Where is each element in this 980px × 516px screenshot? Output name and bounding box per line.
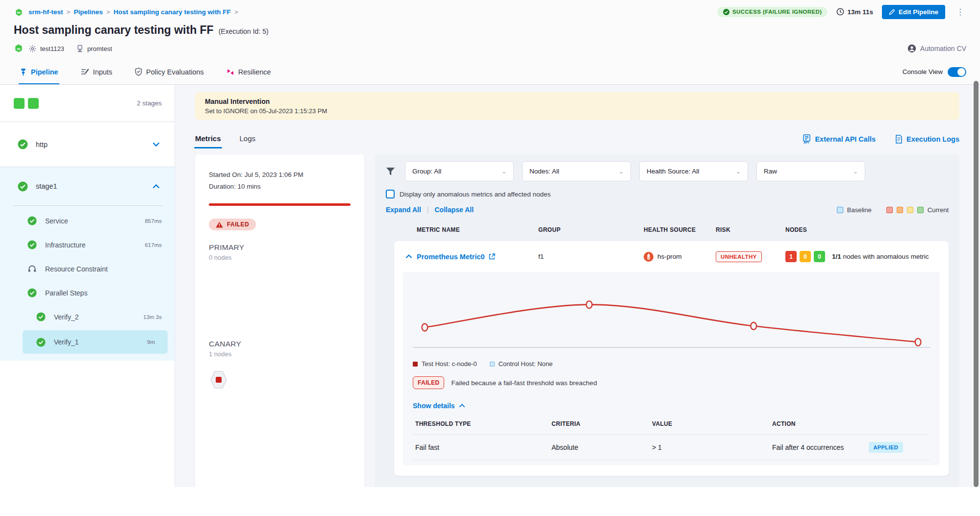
pipeline-icon [20,68,27,76]
scrollbar-thumb[interactable] [974,85,979,487]
risk-badge: UNHEALTHY [716,251,762,262]
chevron-down-icon: ⌄ [502,168,506,175]
chevron-down-icon: ⌄ [736,168,741,175]
data-mode-select[interactable]: Raw⌄ [756,161,865,181]
more-options-icon[interactable]: ⋮ [954,7,966,17]
metric-line-chart[interactable] [413,280,930,353]
threshold-table-header: THRESHOLD TYPE CRITERIA VALUE ACTION [413,420,930,435]
nodes-cell: 1 0 0 1/1 nodes with anomalous metric [785,251,949,262]
healthy-node-count-badge: 0 [814,251,825,262]
metric-card: Prometheus Metric0 f1 hs-prom [394,241,949,476]
verification-summary-card: Started On: Jul 5, 2023 1:06 PM Duration… [195,154,364,487]
anomalous-node-count-badge: 1 [785,251,797,262]
gear-icon [28,45,37,53]
page-header: ∞ srm-hf-test > Pipelines > Host samplin… [0,0,980,59]
success-check-icon [27,288,37,297]
tab-resilience[interactable]: Resilience [226,59,272,84]
canary-group-label: CANARY [209,340,351,348]
breadcrumb-project[interactable]: srm-hf-test [28,8,63,16]
environment-tag[interactable]: promtest [76,45,112,52]
tab-inputs[interactable]: Inputs [80,59,114,84]
metrics-panel: Group: All⌄ Nodes: All⌄ Health Source: A… [375,154,959,487]
elapsed-time: 13m 11s [836,8,873,16]
sidebar-step-service[interactable]: Service 857ms [0,209,175,233]
document-icon [895,135,903,144]
chevron-down-icon: ⌄ [853,168,858,175]
chevron-up-icon[interactable] [152,184,160,189]
baseline-swatch [837,207,843,213]
group-filter-select[interactable]: Group: All⌄ [405,161,514,181]
sidebar-step-verify-1[interactable]: Verify_1 9m [23,330,168,354]
host-legend: Test Host: c-node-0 Control Host: None [413,360,930,368]
warning-node-count-badge: 0 [800,251,811,262]
stage-count-label: 2 stages [137,99,162,107]
failed-outline-badge: FAILED [413,376,444,389]
success-check-icon [18,139,28,149]
external-api-calls-link[interactable]: API External API Calls [803,134,876,144]
breadcrumb-pipeline-name[interactable]: Host sampling canary testing with FF [114,8,231,16]
sidebar-stage-stage1[interactable]: stage1 [0,167,175,205]
prometheus-icon [644,252,653,262]
breadcrumb-pipelines[interactable]: Pipelines [74,8,102,16]
collapse-chevron-up-icon[interactable] [401,254,417,259]
execution-logs-link[interactable]: Execution Logs [895,135,959,144]
triggered-by-user: Automation CV [907,44,966,53]
tab-pipeline[interactable]: Pipeline [19,59,59,84]
filter-funnel-icon[interactable] [386,167,395,176]
metric-detail-panel: Test Host: c-node-0 Control Host: None F… [403,272,940,465]
environment-icon [76,45,84,52]
started-on: Started On: Jul 5, 2023 1:06 PM [209,169,351,181]
stage-square-icon[interactable] [14,98,25,109]
applied-badge: APPLIED [869,442,903,453]
status-badge: SUCCESS (FAILURE IGNORED) [717,7,828,17]
step-duration: 617ms [145,242,162,248]
current-yellow-swatch [907,207,913,213]
canary-node-hexagon-icon[interactable] [209,370,228,389]
sidebar-step-parallel-steps[interactable]: Parallel Steps [0,281,175,305]
sidebar-step-verify-2[interactable]: Verify_2 13m 3s [0,305,175,329]
anomalous-only-label: Display only anomalous metrics and affec… [400,191,551,198]
shield-check-icon [135,68,142,76]
tab-metrics[interactable]: Metrics [195,134,221,148]
metric-name-link[interactable]: Prometheus Metric0 [417,253,538,261]
tab-policy-evaluations[interactable]: Policy Evaluations [134,59,205,84]
console-view-toggle[interactable] [948,67,966,77]
service-tag[interactable]: test1123 [28,45,64,53]
success-check-icon [36,338,46,347]
primary-group-label: PRIMARY [209,243,351,252]
manual-intervention-banner: Manual Intervention Set to IGNORE on 05-… [195,92,959,120]
harness-logo-icon: ∞ [14,7,24,17]
api-document-icon: API [803,134,811,144]
health-source-filter-select[interactable]: Health Source: All⌄ [639,161,748,181]
clock-icon [836,8,844,16]
execution-id: (Execution Id: 5) [219,27,269,35]
divider [14,205,163,206]
stage-count-row: 2 stages [0,85,175,122]
success-check-icon [27,240,37,249]
collapse-all-link[interactable]: Collapse All [434,206,474,214]
primary-node-count: 0 nodes [209,254,351,261]
chevron-down-icon[interactable] [152,142,160,147]
vertical-scrollbar[interactable] [974,85,979,487]
sidebar-stage-http[interactable]: http [0,122,175,167]
edit-pipeline-button[interactable]: Edit Pipeline [882,5,945,19]
sidebar-step-infrastructure[interactable]: Infrastructure 617ms [0,233,175,257]
user-icon [907,44,916,53]
step-details-panel: Manual Intervention Set to IGNORE on 05-… [175,85,980,487]
nodes-summary: 1/1 nodes with anomalous metric [832,253,929,260]
tab-logs[interactable]: Logs [240,134,256,148]
stage-square-icon[interactable] [28,98,39,109]
nodes-filter-select[interactable]: Nodes: All⌄ [522,161,631,181]
inputs-icon [81,68,89,75]
sidebar-step-resource-constraint[interactable]: Resource Constraint [0,257,175,281]
failure-reason-row: FAILED Failed because a fail-fast thresh… [413,376,930,389]
expand-all-link[interactable]: Expand All [386,206,421,214]
anomalous-only-checkbox[interactable] [386,190,395,198]
metric-group: f1 [538,253,644,260]
stage1-section: stage1 Service 857ms Infrastructure 617m… [0,167,175,361]
health-source-cell: hs-prom [644,252,716,262]
page-title: Host sampling canary testing with FF [14,24,214,37]
harness-module-icon: ∞ [14,44,24,53]
show-details-link[interactable]: Show details [413,402,930,410]
step-duration: 13m 3s [143,314,162,320]
